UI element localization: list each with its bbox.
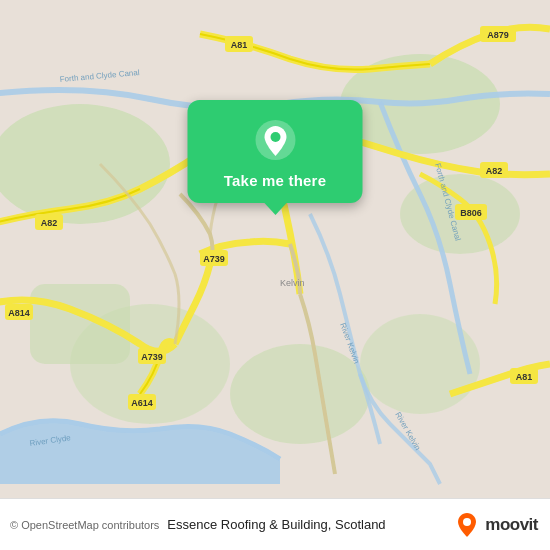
svg-text:A81: A81 bbox=[231, 40, 248, 50]
svg-text:A81: A81 bbox=[516, 372, 533, 382]
take-me-there-popup[interactable]: Take me there bbox=[188, 100, 363, 203]
svg-point-37 bbox=[270, 132, 280, 142]
app-container: A81 A879 A81 A82 A82 A739 A739 A814 bbox=[0, 0, 550, 550]
location-info: Essence Roofing & Building, Scotland bbox=[167, 517, 453, 532]
svg-point-4 bbox=[230, 344, 370, 444]
moovit-logo: moovit bbox=[453, 511, 538, 539]
svg-text:A814: A814 bbox=[8, 308, 30, 318]
svg-text:A739: A739 bbox=[141, 352, 163, 362]
svg-text:B806: B806 bbox=[460, 208, 482, 218]
svg-text:A739: A739 bbox=[203, 254, 225, 264]
svg-text:A82: A82 bbox=[486, 166, 503, 176]
moovit-brand-text: moovit bbox=[485, 515, 538, 535]
svg-point-38 bbox=[463, 518, 471, 526]
svg-text:A879: A879 bbox=[487, 30, 509, 40]
bottom-bar: © OpenStreetMap contributors Essence Roo… bbox=[0, 498, 550, 550]
map-background: A81 A879 A81 A82 A82 A739 A739 A814 bbox=[0, 0, 550, 498]
svg-text:A82: A82 bbox=[41, 218, 58, 228]
location-pin-icon bbox=[253, 118, 297, 162]
attribution-text: © OpenStreetMap contributors bbox=[10, 519, 159, 531]
svg-text:A614: A614 bbox=[131, 398, 153, 408]
map-area: A81 A879 A81 A82 A82 A739 A739 A814 bbox=[0, 0, 550, 498]
svg-rect-7 bbox=[30, 284, 130, 364]
popup-label: Take me there bbox=[224, 172, 326, 189]
svg-text:Kelvin: Kelvin bbox=[280, 278, 305, 288]
moovit-pin-icon bbox=[453, 511, 481, 539]
